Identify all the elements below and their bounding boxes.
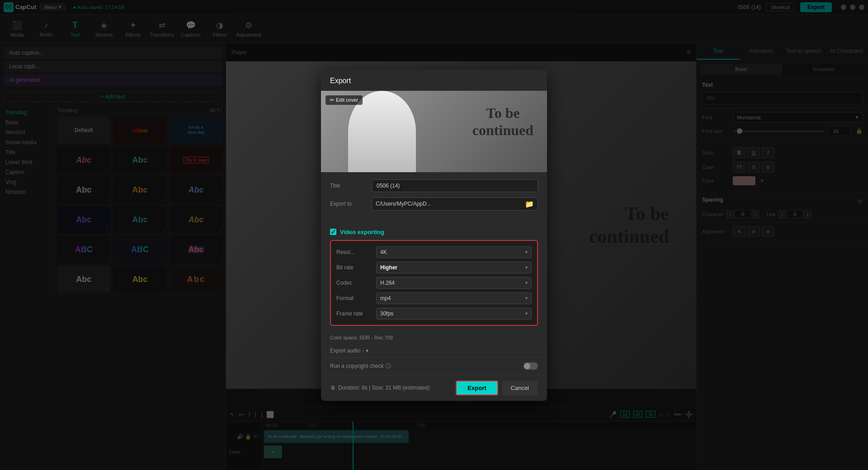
format-label: Format [336,295,373,301]
export-to-label: Export to [330,201,366,207]
export-action-button[interactable]: Export [456,381,498,395]
color-space-text: Color space: SDR - Rec.709 [330,335,393,340]
modal-actions: Export Cancel [456,381,538,395]
video-export-section: Video exporting Resol... 4K ▾ Bit rate H… [321,223,547,331]
bitrate-select[interactable]: Higher ▾ [376,262,532,273]
copyright-row: Run a copyright check ⓘ [321,357,547,375]
toggle-knob [524,363,530,369]
framerate-select[interactable]: 30fps ▾ [376,308,532,320]
info-icon: ⓘ [386,362,391,370]
preview-text: To becontinued [472,104,533,139]
codec-select[interactable]: H.264 ▾ [376,277,532,289]
resolution-arrow: ▾ [525,249,528,254]
bitrate-value: Higher [380,264,397,271]
export-audio-row: Export audio - ▾ [321,344,547,357]
format-value: mp4 [380,295,391,301]
resolution-select[interactable]: 4K ▾ [376,246,532,258]
copyright-label: Run a copyright check ⓘ [330,362,391,370]
monitor-icon: 🖥 [330,385,335,391]
resolution-row: Resol... 4K ▾ [336,246,532,258]
modal-overlay: Export To becontinued ✏ Edit cover Title… [0,0,868,470]
bitrate-label: Bit rate [336,264,373,271]
preview-bg: To becontinued ✏ Edit cover [321,91,547,172]
cancel-action-button[interactable]: Cancel [502,381,538,395]
duration-info: 🖥 Duration: 8s | Size: 31 MB (estimated) [330,385,430,391]
framerate-row: Frame rate 30fps ▾ [336,308,532,320]
edit-cover-button[interactable]: ✏ Edit cover [326,95,363,105]
title-row: Title [330,179,538,192]
export-audio-button[interactable]: Export audio - ▾ [330,348,368,354]
codec-arrow: ▾ [525,280,528,285]
ve-header: Video exporting [330,229,538,235]
framerate-arrow: ▾ [525,311,528,316]
codec-label: Codec [336,280,373,286]
modal-form: Title Export to 📁 [321,172,547,223]
bitrate-row: Bit rate Higher ▾ [336,262,532,273]
modal-footer: 🖥 Duration: 8s | Size: 31 MB (estimated)… [321,375,547,401]
format-arrow: ▾ [525,296,528,301]
codec-value: H.264 [380,280,395,286]
export-path-field: 📁 [372,197,538,211]
resolution-value: 4K [380,249,387,255]
resolution-label: Resol... [336,249,373,255]
title-input[interactable] [372,179,538,192]
export-modal: Export To becontinued ✏ Edit cover Title… [321,70,547,401]
copyright-toggle[interactable] [524,362,538,370]
framerate-value: 30fps [380,310,393,317]
pencil-icon: ✏ [330,97,334,103]
export-to-row: Export to 📁 [330,197,538,211]
framerate-label: Frame rate [336,310,373,317]
format-select[interactable]: mp4 ▾ [376,292,532,304]
video-export-label: Video exporting [340,229,384,235]
ve-settings: Resol... 4K ▾ Bit rate Higher ▾ Codec [330,240,538,326]
codec-row: Codec H.264 ▾ [336,277,532,289]
export-path-input[interactable] [376,201,525,207]
folder-browse-button[interactable]: 📁 [525,200,534,208]
bitrate-arrow: ▾ [525,265,528,270]
modal-preview: To becontinued ✏ Edit cover [321,91,547,172]
audio-expand-icon: ▾ [366,348,368,354]
modal-title: Export [321,70,547,91]
format-row: Format mp4 ▾ [336,292,532,304]
title-label: Title [330,183,366,189]
color-space-row: Color space: SDR - Rec.709 [321,331,547,344]
video-export-checkbox[interactable] [330,229,336,235]
